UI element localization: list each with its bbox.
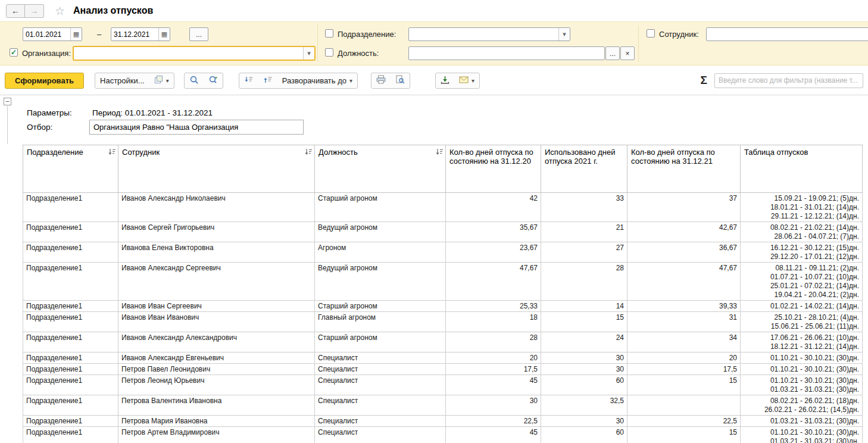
vacation-entry: 17.06.21 - 26.06.21; (10)дн. [744, 333, 859, 342]
column-header[interactable]: Использовано дней отпуска 2021 г. [541, 145, 627, 193]
report-area: − Параметры: Период: 01.01.2021 - 31.12.… [0, 95, 868, 443]
table-row[interactable]: Подразделение1Иванов Сергей ГригорьевичВ… [23, 222, 863, 242]
employee-field [706, 27, 868, 41]
table-row[interactable]: Подразделение1Иванов Александр Александр… [23, 332, 863, 352]
sort-icon[interactable] [304, 148, 313, 158]
table-row[interactable]: Подразделение1Петров Павел ЛеонидовичСпе… [23, 364, 863, 375]
position-more-button[interactable]: ... [605, 46, 620, 60]
days-start-cell: 25,33 [446, 301, 541, 312]
sort-icon[interactable] [108, 148, 116, 158]
used-days-cell: 60 [541, 375, 627, 395]
table-row[interactable]: Подразделение1Иванов Александр Евгеньеви… [23, 352, 863, 364]
vacation-analysis-window: ← → ☆ Анализ отпусков ▦ – ▦ ... Подразде… [0, 0, 868, 443]
employee-cell: Иванов Александр Николаевич [118, 193, 315, 222]
position-clear-button[interactable]: × [620, 46, 635, 60]
position-cell: Агроном [315, 242, 446, 263]
vacations-cell: 01.10.21 - 30.10.21; (30)дн.01.03.21 - 3… [741, 427, 863, 443]
period-more-button[interactable]: ... [189, 27, 208, 41]
settings-group: Настройки... ▾ [95, 73, 174, 89]
period-from-input[interactable] [23, 28, 70, 40]
search-next-button[interactable] [204, 73, 223, 88]
table-row[interactable]: Подразделение1Иванов Александр Сергеевич… [23, 263, 863, 301]
settings-button[interactable]: Настройки... [95, 73, 149, 88]
table-row[interactable]: Подразделение1Петрова Валентина Ивановна… [23, 395, 863, 416]
header-row: ПодразделениеСотрудникДолжностьКол-во дн… [23, 145, 863, 193]
collapse-group-button[interactable]: − [4, 98, 11, 105]
position-checkbox[interactable] [325, 48, 333, 57]
column-header[interactable]: Таблица отпусков [741, 145, 863, 193]
position-cell: Ведущий агроном [315, 222, 446, 242]
division-cell: Подразделение1 [23, 301, 118, 312]
save-file-button[interactable] [436, 73, 454, 88]
chevron-down-icon[interactable]: ▾ [558, 28, 570, 40]
forward-button[interactable]: → [25, 4, 44, 18]
column-label: Кол-во дней отпуска по состоянию на 31.1… [449, 148, 533, 166]
sum-sigma-icon[interactable]: Σ [701, 74, 707, 87]
vacation-entry: 25.10.21 - 28.10.21; (4)дн. [744, 313, 859, 322]
calendar-icon[interactable]: ▦ [158, 28, 170, 40]
report-variants-button[interactable]: ▾ [149, 73, 174, 88]
table-row[interactable]: Подразделение1Иванов Иван СергеевичСтарш… [23, 301, 863, 312]
vacation-entry: 01.03.21 - 31.03.21; (30)дн. [744, 437, 859, 443]
vacation-entry: 25.01.21 - 07.02.21; (14)дн. [744, 282, 859, 291]
organization-checkbox[interactable]: ✓ [10, 48, 18, 57]
table-row[interactable]: Подразделение1Петров Леонид ЮрьевичСпеци… [23, 375, 863, 395]
period-to-input[interactable] [111, 28, 158, 40]
table-body: Подразделение1Иванов Александр Николаеви… [23, 193, 863, 443]
position-field [408, 46, 605, 60]
back-button[interactable]: ← [6, 4, 25, 18]
position-input[interactable] [409, 47, 604, 60]
parameters-value: Период: 01.01.2021 - 31.12.2021 [92, 108, 213, 117]
employee-input[interactable] [707, 28, 868, 40]
days-start-cell: 45 [446, 427, 541, 443]
table-row[interactable]: Подразделение1Иванов Александр Николаеви… [23, 193, 863, 222]
column-header[interactable]: Кол-во дней отпуска по состоянию на 31.1… [627, 145, 741, 193]
used-days-cell: 30 [541, 352, 627, 364]
expand-group: Разворачивать до ▾ [239, 73, 358, 89]
expand-groups-icon [263, 76, 273, 86]
sort-icon[interactable] [435, 148, 444, 158]
chevron-down-icon[interactable]: ▾ [303, 47, 314, 60]
search-group [184, 73, 223, 89]
report-table: ПодразделениеСотрудникДолжностьКол-во дн… [23, 145, 863, 443]
days-start-cell: 23,67 [446, 242, 541, 263]
vacation-entry: 01.10.21 - 30.10.21; (30)дн. [744, 365, 859, 374]
print-button[interactable] [371, 73, 391, 88]
favorite-star-icon[interactable]: ☆ [55, 4, 65, 18]
print-preview-button[interactable] [391, 73, 410, 88]
expand-to-button[interactable]: Разворачивать до ▾ [277, 73, 357, 88]
employee-checkbox[interactable] [647, 29, 655, 38]
nav-buttons: ← → [6, 4, 44, 18]
vacations-cell: 01.10.21 - 30.10.21; (30)дн. [741, 352, 863, 364]
organization-input[interactable] [74, 47, 303, 60]
table-row[interactable]: Подразделение1Петров Артем ВладимировичС… [23, 427, 863, 443]
vacation-entry: 01.10.21 - 30.10.21; (30)дн. [744, 354, 859, 363]
division-cell: Подразделение1 [23, 312, 118, 332]
table-row[interactable]: Подразделение1Петрова Мария ИвановнаСпец… [23, 416, 863, 427]
employee-label: Сотрудник: [659, 30, 699, 39]
collapse-groups-button[interactable] [239, 73, 258, 88]
division-checkbox[interactable] [325, 29, 333, 38]
column-header[interactable]: Сотрудник [118, 145, 315, 193]
column-header[interactable]: Кол-во дней отпуска по состоянию на 31.1… [446, 145, 541, 193]
selection-value[interactable]: Организация Равно "Наша Организация [89, 120, 304, 135]
table-row[interactable]: Подразделение1Иванов Иван ИвановичГлавны… [23, 312, 863, 332]
employee-cell: Иванов Иван Сергеевич [118, 301, 315, 312]
send-mail-button[interactable]: ▾ [454, 73, 479, 88]
division-input[interactable] [409, 28, 558, 40]
days-end-cell: 34 [627, 332, 741, 352]
calendar-icon[interactable]: ▦ [70, 28, 82, 40]
quick-filter-input[interactable] [714, 73, 863, 88]
expand-groups-button[interactable] [258, 73, 277, 88]
column-header[interactable]: Подразделение [23, 145, 118, 193]
collapse-groups-icon [244, 76, 254, 86]
table-row[interactable]: Подразделение1Иванова Елена ВикторовнаАг… [23, 242, 863, 263]
chevron-down-icon: ▾ [472, 77, 474, 84]
division-label: Подразделение: [338, 30, 396, 39]
division-cell: Подразделение1 [23, 263, 118, 301]
generate-button[interactable]: Сформировать [5, 73, 84, 89]
employee-cell: Иванов Александр Александрович [118, 332, 315, 352]
search-button[interactable] [185, 73, 204, 88]
column-header[interactable]: Должность [315, 145, 446, 193]
vacation-entry: 01.10.21 - 30.10.21; (30)дн. [744, 428, 859, 437]
